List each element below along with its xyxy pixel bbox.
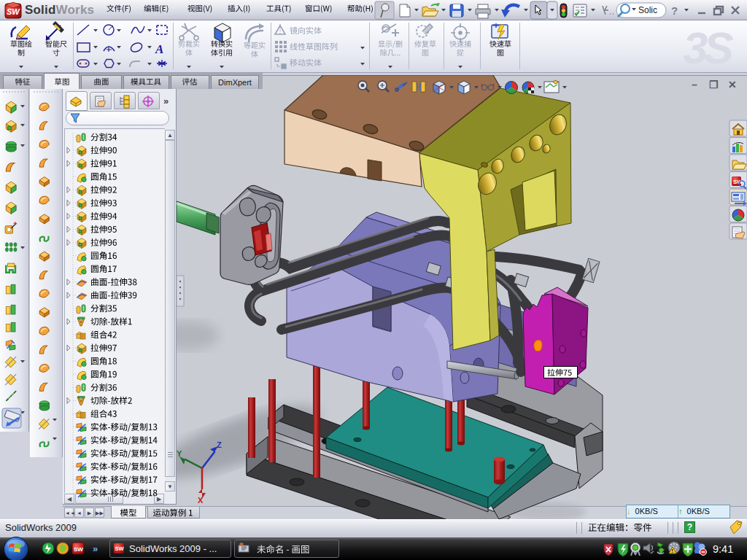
svg-text:SW: SW [115,545,125,552]
svg-text:!: ! [672,548,673,553]
svg-text:SW: SW [733,179,743,185]
svg-text:»: » [93,543,98,554]
svg-text:SW: SW [74,546,83,553]
svg-text:SW: SW [7,7,20,16]
svg-text:Solic: Solic [638,5,657,15]
svg-text:A: A [155,42,163,56]
svg-text:?: ? [671,4,678,17]
